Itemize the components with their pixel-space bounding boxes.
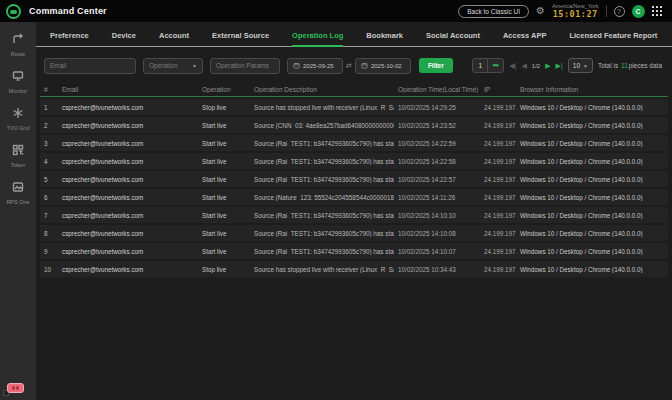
user-avatar[interactable]: C [632,5,645,18]
cell-operation: Start live [198,158,250,165]
cell-email: csprecher@tvunetworks.com [58,104,198,111]
table-row[interactable]: 8 csprecher@tvunetworks.com Start live S… [40,225,668,241]
help-icon[interactable]: ? [614,6,625,17]
table-body: 1 csprecher@tvunetworks.com Stop live So… [40,99,668,277]
col-header-time-sortable[interactable]: Operation Time(Local Time) ∨ [394,86,480,93]
sidebar-item-monitor[interactable]: Monitor [0,68,36,94]
page-indicator: 1/2 [532,63,540,69]
first-page-icon[interactable]: ◀| [509,62,516,69]
cell-browser: Windows 10 / Desktop / Chrome (140.0.0.0… [516,104,668,111]
page-size-select[interactable]: 10 ▼ [568,58,593,73]
last-page-icon[interactable]: ▶| [556,62,563,69]
app-title: Command Center [29,6,107,16]
tab-account[interactable]: Account [159,31,189,46]
cell-num: 10 [40,266,58,273]
table-row[interactable]: 5 csprecher@tvunetworks.com Start live S… [40,171,668,187]
tab-licensed-feature-report[interactable]: Licensed Feature Report [569,31,657,46]
table-row[interactable]: 6 csprecher@tvunetworks.com Start live S… [40,189,668,205]
cell-operation: Start live [198,140,250,147]
cell-browser: Windows 10 / Desktop / Chrome (140.0.0.0… [516,194,668,201]
col-header-operation: Operation [198,86,250,93]
sidebar-item-label: TVU Grid [7,125,30,131]
cell-browser: Windows 10 / Desktop / Chrome (140.0.0.0… [516,248,668,255]
sidebar-item-token[interactable]: Token [0,142,36,168]
table-row[interactable]: 10 csprecher@tvunetworks.com Stop live S… [40,261,668,277]
tab-external-source[interactable]: External Source [212,31,269,46]
prev-page-icon[interactable]: ◀ [521,62,526,69]
cell-email: csprecher@tvunetworks.com [58,212,198,219]
operation-select-placeholder: Operation [149,62,178,69]
chevron-down-icon: ▼ [583,63,588,69]
cell-operation: Start live [198,212,250,219]
cell-email: csprecher@tvunetworks.com [58,176,198,183]
cell-time: 10/02/2025 14:29:25 [394,104,480,111]
cell-description: Source (Rai_TEST1: b34742993605c790) has… [250,158,394,165]
tab-operation-log[interactable]: Operation Log [292,31,343,46]
calendar-icon [361,62,368,69]
table-row[interactable]: 2 csprecher@tvunetworks.com Start live S… [40,117,668,133]
tvu-logo-icon [6,4,21,19]
page-jump-go-button[interactable]: ➥ [487,58,503,73]
page-jump-input[interactable]: 1 [473,62,487,69]
table-header-row: # Email Operation Operation Description … [40,82,668,97]
date-from-picker[interactable]: 2025-09-25 [287,58,343,74]
cell-num: 1 [40,104,58,111]
cell-time: 10/02/2025 14:10:08 [394,230,480,237]
operation-params-input[interactable] [210,58,280,74]
cell-browser: Windows 10 / Desktop / Chrome (140.0.0.0… [516,176,668,183]
sidebar-item-label: Token [11,162,26,168]
cell-email: csprecher@tvunetworks.com [58,266,198,273]
cell-time: 10/02/2025 14:10:07 [394,248,480,255]
notification-badge[interactable] [7,383,24,393]
topbar-right: Back to Classic UI ⚙ America/New_York 15… [458,4,662,19]
cell-description: Source (Nature_123: 55524c204558544c0000… [250,194,394,201]
cell-ip: 24.199.197... [480,194,516,201]
rps-one-icon [12,179,24,197]
cell-num: 9 [40,248,58,255]
cell-ip: 24.199.197... [480,212,516,219]
sidebar-item-rps-one[interactable]: RPS One [0,179,36,205]
next-page-icon[interactable]: ▶ [545,62,550,69]
filter-bar: Operation ▼ 2025-09-25 ⇄ 2025-10-02 Filt… [44,57,672,74]
cell-description: Source (Rai_TEST1: b34742993605c790) has… [250,212,394,219]
timezone-clock[interactable]: America/New_York 15:01:27 [552,4,599,19]
page-size-value: 10 [573,62,580,69]
cell-browser: Windows 10 / Desktop / Chrome (140.0.0.0… [516,212,668,219]
operation-select[interactable]: Operation ▼ [143,58,203,74]
tab-social-account[interactable]: Social Account [426,31,480,46]
cell-description: Source (CNN_03: 4ae8ea257bad640800000000… [250,122,394,129]
cell-num: 2 [40,122,58,129]
cell-browser: Windows 10 / Desktop / Chrome (140.0.0.0… [516,140,668,147]
gear-icon[interactable]: ⚙ [536,6,545,16]
cell-ip: 24.199.197... [480,266,516,273]
col-header-browser: Browser Information [516,86,668,93]
table-row[interactable]: 4 csprecher@tvunetworks.com Start live S… [40,153,668,169]
tab-device[interactable]: Device [112,31,136,46]
back-to-classic-button[interactable]: Back to Classic UI [458,5,529,18]
sidebar-item-route[interactable]: Route [0,31,36,57]
tab-access-app[interactable]: Access APP [503,31,547,46]
tab-bookmark[interactable]: Bookmark [366,31,403,46]
sidebar-item-tvu-grid[interactable]: TVU Grid [0,105,36,131]
date-to-picker[interactable]: 2025-10-02 [355,58,411,74]
table-row[interactable]: 1 csprecher@tvunetworks.com Stop live So… [40,99,668,115]
table-row[interactable]: 9 csprecher@tvunetworks.com Start live S… [40,243,668,259]
tab-preference[interactable]: Preference [50,31,89,46]
email-filter-input[interactable] [44,58,136,74]
cell-time: 10/02/2025 14:22:57 [394,176,480,183]
cell-time: 10/02/2025 14:11:26 [394,194,480,201]
page-jump-box: 1 ➥ [472,58,504,73]
cell-ip: 24.199.197... [480,248,516,255]
cell-ip: 24.199.197... [480,176,516,183]
cell-time: 10/02/2025 14:22:58 [394,158,480,165]
cell-email: csprecher@tvunetworks.com [58,158,198,165]
topbar-divider [606,5,607,17]
table-row[interactable]: 3 csprecher@tvunetworks.com Start live S… [40,135,668,151]
filter-button[interactable]: Filter [419,58,453,73]
chevron-down-icon: ▼ [192,63,197,69]
token-icon [12,142,24,160]
cell-time: 10/02/2025 14:23:52 [394,122,480,129]
cell-num: 8 [40,230,58,237]
apps-grid-icon[interactable] [652,6,663,17]
table-row[interactable]: 7 csprecher@tvunetworks.com Start live S… [40,207,668,223]
